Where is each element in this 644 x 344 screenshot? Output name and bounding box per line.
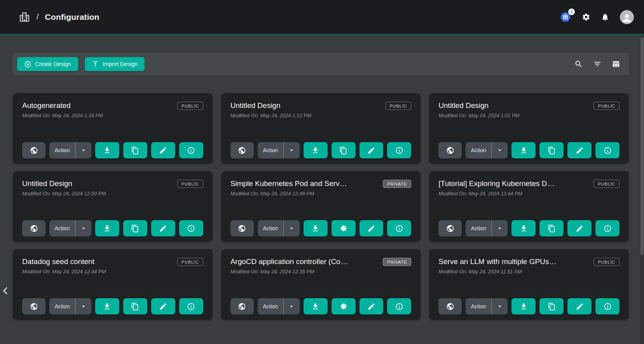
action-split-button: Action	[258, 298, 300, 314]
breadcrumb: / Configuration	[19, 11, 99, 23]
clone-button[interactable]	[332, 142, 356, 158]
info-button[interactable]	[595, 298, 620, 314]
action-dropdown-button[interactable]	[283, 142, 300, 158]
download-button[interactable]	[95, 220, 119, 236]
edit-button[interactable]	[567, 220, 592, 236]
collapse-sidebar-chevron-icon[interactable]	[0, 285, 10, 298]
info-button[interactable]	[595, 220, 620, 236]
action-button[interactable]: Action	[49, 298, 75, 314]
edit-pencil-icon	[576, 224, 584, 233]
info-button[interactable]	[387, 220, 411, 236]
modified-on-text: Modified On: May 24, 2024 11:51 AM	[438, 269, 620, 275]
action-dropdown-button[interactable]	[491, 142, 508, 158]
download-button[interactable]	[95, 142, 119, 158]
page-scrollbar	[640, 0, 644, 344]
edit-button[interactable]	[360, 142, 384, 158]
edit-button[interactable]	[151, 220, 175, 236]
download-icon	[520, 146, 528, 155]
visibility-globe-button[interactable]	[22, 220, 45, 236]
settings-gear-icon[interactable]	[582, 13, 590, 21]
action-button[interactable]: Action	[49, 220, 75, 236]
search-icon[interactable]	[574, 60, 583, 68]
info-button[interactable]	[595, 142, 620, 158]
action-button[interactable]: Action	[258, 142, 283, 158]
designs-toolbar: Create Design Import Design	[13, 53, 629, 75]
visibility-globe-button[interactable]	[230, 220, 254, 236]
action-button[interactable]: Action	[466, 142, 491, 158]
create-design-button[interactable]: Create Design	[17, 57, 78, 71]
action-dropdown-button[interactable]	[75, 220, 91, 236]
edit-pencil-icon	[159, 146, 167, 155]
scrollbar-thumb[interactable]	[641, 37, 644, 255]
info-button[interactable]	[179, 142, 203, 158]
download-button[interactable]	[511, 220, 536, 236]
clone-button[interactable]	[539, 298, 564, 314]
edit-button[interactable]	[151, 142, 175, 158]
table-view-icon[interactable]	[612, 60, 620, 68]
action-button[interactable]: Action	[49, 142, 75, 158]
modified-on-text: Modified On: May 24, 2024 12:44 PM	[22, 269, 203, 275]
info-button[interactable]	[387, 298, 411, 314]
action-dropdown-button[interactable]	[75, 298, 91, 314]
download-button[interactable]	[304, 142, 328, 158]
clone-button[interactable]	[123, 220, 147, 236]
clone-button[interactable]	[123, 298, 147, 314]
edit-pencil-icon	[159, 224, 167, 233]
modified-on-text: Modified On: May 24, 2024 12:35 PM	[230, 269, 412, 275]
info-icon	[604, 224, 612, 233]
design-title: Untitled Design	[438, 101, 589, 110]
clone-button[interactable]	[332, 298, 356, 314]
card-actions: Action	[230, 220, 412, 236]
action-button[interactable]: Action	[258, 298, 283, 314]
edit-button[interactable]	[360, 298, 384, 314]
design-card: [Tutorial] Exploring Kubernetes D… PUBLI…	[429, 171, 629, 242]
action-dropdown-button[interactable]	[491, 298, 508, 314]
visibility-globe-button[interactable]	[22, 142, 45, 158]
visibility-badge: PUBLIC	[593, 180, 620, 188]
action-dropdown-button[interactable]	[491, 220, 508, 236]
visibility-globe-button[interactable]	[438, 220, 462, 236]
download-button[interactable]	[304, 298, 328, 314]
action-dropdown-button[interactable]	[283, 298, 300, 314]
visibility-globe-button[interactable]	[230, 298, 254, 314]
info-button[interactable]	[179, 220, 203, 236]
download-button[interactable]	[304, 220, 328, 236]
copy-icon	[131, 302, 139, 311]
clone-button[interactable]	[539, 142, 564, 158]
download-button[interactable]	[511, 142, 536, 158]
download-button[interactable]	[511, 298, 536, 314]
visibility-globe-button[interactable]	[438, 298, 462, 314]
info-button[interactable]	[387, 142, 411, 158]
edit-button[interactable]	[567, 142, 592, 158]
clone-button[interactable]	[332, 220, 356, 236]
edit-button[interactable]	[567, 298, 592, 314]
info-button[interactable]	[179, 298, 203, 314]
download-button[interactable]	[95, 298, 119, 314]
action-dropdown-button[interactable]	[283, 220, 300, 236]
action-button[interactable]: Action	[466, 298, 491, 314]
edit-button[interactable]	[360, 220, 384, 236]
action-button[interactable]: Action	[466, 220, 491, 236]
info-icon	[187, 146, 195, 155]
card-header: Untitled Design PUBLIC	[230, 101, 412, 110]
import-design-button[interactable]: Import Design	[85, 57, 145, 71]
modified-on-text: Modified On: May 24, 2024 12:50 PM	[22, 191, 203, 196]
user-avatar-icon[interactable]	[620, 10, 634, 24]
kubernetes-context-icon[interactable]: 1	[560, 11, 571, 23]
visibility-globe-button[interactable]	[22, 298, 45, 314]
globe-public-icon	[238, 224, 246, 233]
add-circle-icon	[24, 61, 31, 68]
notifications-bell-icon[interactable]	[601, 13, 609, 21]
clone-button[interactable]	[539, 220, 564, 236]
clone-button[interactable]	[123, 142, 147, 158]
caret-down-icon	[288, 147, 295, 154]
filter-icon[interactable]	[593, 60, 602, 68]
visibility-globe-button[interactable]	[230, 142, 254, 158]
design-card: Datadog seed content PUBLIC Modified On:…	[13, 249, 213, 320]
action-dropdown-button[interactable]	[75, 142, 91, 158]
edit-button[interactable]	[151, 298, 175, 314]
modified-on-text: Modified On: May 24, 2024 12:44 PM	[438, 191, 620, 196]
download-icon	[311, 302, 319, 311]
action-button[interactable]: Action	[258, 220, 283, 236]
visibility-globe-button[interactable]	[438, 142, 462, 158]
